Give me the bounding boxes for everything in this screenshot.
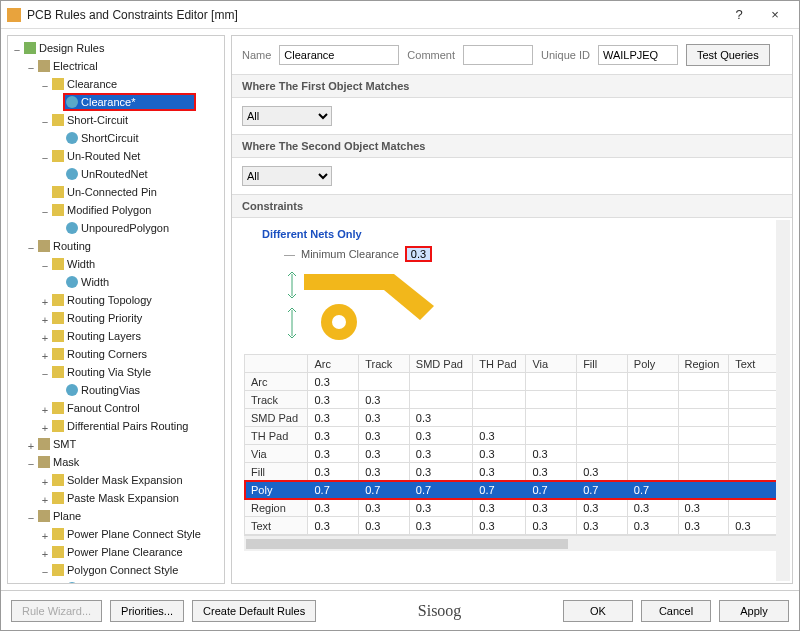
horizontal-scrollbar[interactable]	[244, 535, 780, 551]
uid-input[interactable]	[598, 45, 678, 65]
second-match-header: Where The Second Object Matches	[232, 135, 792, 158]
tree-routing[interactable]: Routing	[53, 238, 91, 254]
vertical-scrollbar[interactable]	[776, 220, 790, 581]
tree-plane[interactable]: Plane	[53, 508, 81, 524]
name-label: Name	[242, 49, 271, 61]
watermark: Sisoog	[324, 602, 555, 620]
comment-input[interactable]	[463, 45, 533, 65]
clearance-matrix[interactable]: ArcTrackSMD PadTH PadViaFillPolyRegionTe…	[244, 354, 780, 535]
min-clearance-label: Minimum Clearance	[301, 248, 399, 260]
first-match-select[interactable]: All	[242, 106, 332, 126]
rule-wizard-button: Rule Wizard...	[11, 600, 102, 622]
tree-root[interactable]: Design Rules	[39, 40, 104, 56]
app-icon	[7, 8, 21, 22]
close-button[interactable]: ×	[757, 3, 793, 27]
cancel-button[interactable]: Cancel	[641, 600, 711, 622]
ok-button[interactable]: OK	[563, 600, 633, 622]
second-match-select[interactable]: All	[242, 166, 332, 186]
tree-unrouted[interactable]: Un-Routed Net	[67, 148, 140, 164]
apply-button[interactable]: Apply	[719, 600, 789, 622]
priorities-button[interactable]: Priorities...	[110, 600, 184, 622]
svg-point-1	[332, 315, 346, 329]
tree-short-circuit[interactable]: Short-Circuit	[67, 112, 128, 128]
help-button[interactable]: ?	[721, 3, 757, 27]
name-input[interactable]	[279, 45, 399, 65]
window-title: PCB Rules and Constraints Editor [mm]	[27, 8, 721, 22]
tree-electrical[interactable]: Electrical	[53, 58, 98, 74]
test-queries-button[interactable]: Test Queries	[686, 44, 770, 66]
first-match-header: Where The First Object Matches	[232, 75, 792, 98]
tree-mask[interactable]: Mask	[53, 454, 79, 470]
different-nets-label: Different Nets Only	[262, 228, 780, 240]
constraints-header: Constraints	[232, 195, 792, 218]
rules-tree[interactable]: −Design Rules −Electrical −Clearance Cle…	[7, 35, 225, 584]
tree-clearance[interactable]: Clearance	[67, 76, 117, 92]
min-clearance-value[interactable]: 0.3	[405, 246, 432, 262]
tree-clearance-rule[interactable]: Clearance*	[64, 94, 195, 110]
tree-smt[interactable]: SMT	[53, 436, 76, 452]
comment-label: Comment	[407, 49, 455, 61]
tree-unconnected[interactable]: Un-Connected Pin	[67, 184, 157, 200]
tree-modpoly[interactable]: Modified Polygon	[67, 202, 151, 218]
clearance-diagram	[284, 266, 780, 346]
create-default-button[interactable]: Create Default Rules	[192, 600, 316, 622]
uid-label: Unique ID	[541, 49, 590, 61]
